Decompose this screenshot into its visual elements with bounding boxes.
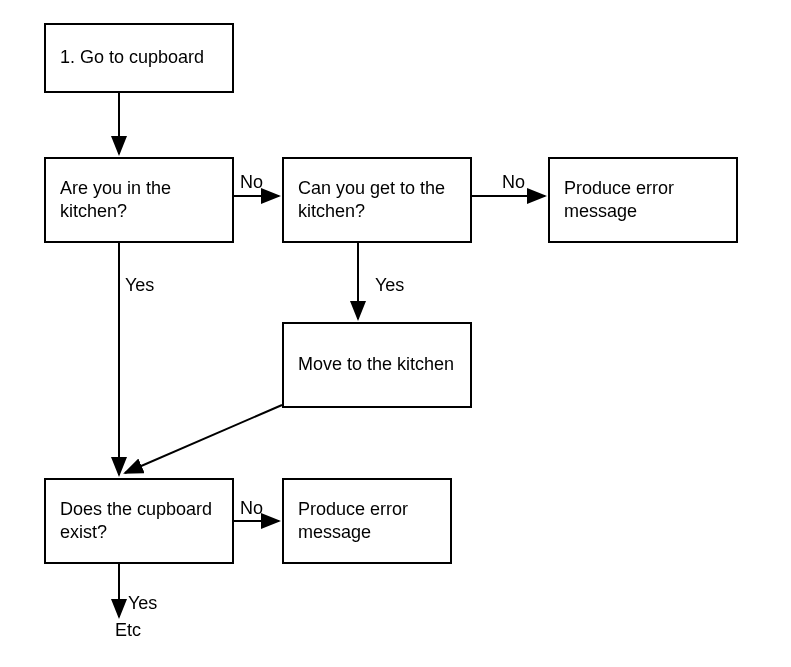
label-no-3: No bbox=[240, 498, 263, 519]
flowchart-move-kitchen-box: Move to the kitchen bbox=[282, 322, 472, 408]
label-no-2: No bbox=[502, 172, 525, 193]
svg-line-6 bbox=[125, 405, 282, 473]
start-text: 1. Go to cupboard bbox=[60, 46, 204, 69]
label-etc: Etc bbox=[115, 620, 141, 641]
flowchart-error-bottom-box: Produce error message bbox=[282, 478, 452, 564]
q-get-kitchen-text: Can you get to the kitchen? bbox=[298, 177, 456, 224]
q-kitchen-text: Are you in the kitchen? bbox=[60, 177, 218, 224]
q-cupboard-text: Does the cupboard exist? bbox=[60, 498, 218, 545]
label-yes-2: Yes bbox=[375, 275, 404, 296]
flowchart-q-cupboard-box: Does the cupboard exist? bbox=[44, 478, 234, 564]
flowchart-q-kitchen-box: Are you in the kitchen? bbox=[44, 157, 234, 243]
flowchart-start-box: 1. Go to cupboard bbox=[44, 23, 234, 93]
error-top-text: Produce error message bbox=[564, 177, 722, 224]
flowchart-q-get-kitchen-box: Can you get to the kitchen? bbox=[282, 157, 472, 243]
error-bottom-text: Produce error message bbox=[298, 498, 436, 545]
flowchart-error-top-box: Produce error message bbox=[548, 157, 738, 243]
move-kitchen-text: Move to the kitchen bbox=[298, 353, 454, 376]
label-yes-1: Yes bbox=[125, 275, 154, 296]
label-yes-3: Yes bbox=[128, 593, 157, 614]
label-no-1: No bbox=[240, 172, 263, 193]
